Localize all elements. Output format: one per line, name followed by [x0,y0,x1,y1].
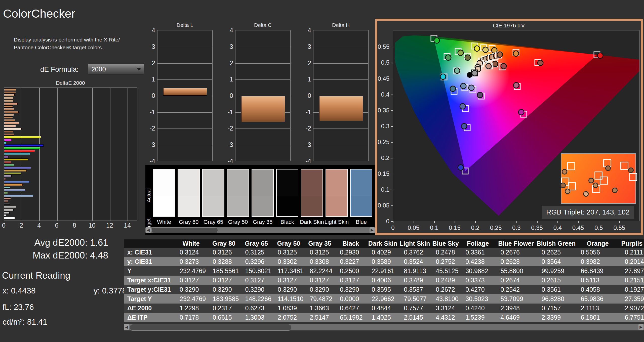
measured-point [445,55,451,61]
column-header: Purplis [620,239,644,248]
de-bar [4,178,6,180]
de-bar [4,128,22,130]
table-cell: 0.2500 [335,266,367,276]
de-chart-title: DeltaE 2000 [4,80,137,86]
table-cell: 4.6469 [495,313,536,322]
de-bar [4,169,27,172]
row-label: ΔE 2000 [124,304,175,313]
inset-measured-point [583,191,589,197]
table-cell: 2.9072 [620,304,644,313]
table-scroll-left-arrow[interactable]: ◀ [124,324,129,330]
column-header: Foliage [460,239,495,248]
de-gridline [39,88,40,221]
column-header: Dark Skin [367,239,399,248]
column-header: Light Skin [399,239,431,248]
cie-x-tick: 0.5 [590,224,608,231]
de-formula-dropdown[interactable]: 2000 [88,64,144,74]
swatch-scroll-right-arrow[interactable]: ▶ [370,227,375,233]
cie-chromaticity-plot: RGB Triplet: 207, 143, 102 [393,30,639,221]
delta-y-tick: 3 [223,43,233,50]
table-scrollbar-thumb[interactable] [130,324,291,331]
table-cell: 0.2542 [495,285,536,294]
measured-point [518,109,525,115]
table-cell: 0.3290 [175,285,208,294]
cie-y-tick: 0.4 [376,91,389,98]
cie-x-tick: 0.2 [466,224,484,231]
inset-measured-point [588,178,594,183]
table-cell: 0.3564 [537,257,576,266]
cie-x-tick-mark [455,221,455,223]
swatch-scroll-left-arrow[interactable]: ◀ [146,227,151,233]
de-bar [4,139,12,141]
swatch-target [326,196,347,216]
table-row: ΔE ITP0.71780.66151.30032.07522.514765.1… [124,313,644,322]
table-cell: 0.3290 [273,285,305,294]
delta-gridline [157,129,212,129]
inset-measured-point [612,188,618,193]
delta-y-tick: -4 [223,157,233,165]
delta-gridline [157,47,212,47]
table-cell: 232.4769 [175,294,208,304]
table-cell: 55.8800 [495,266,536,276]
swatch-blue [350,169,372,217]
de-bar [4,186,10,189]
table-cell: 0.2489 [431,276,460,285]
delta-y-tick: -3 [223,141,233,148]
cie-y-tick: 0.35 [376,107,389,114]
table-cell: 0.5113 [576,276,620,285]
measured-point [486,63,492,69]
table-cell: 0.3524 [399,257,431,266]
de-bar [4,175,12,177]
table-cell: 66.8439 [576,266,620,276]
delta-y-tick: -1 [301,108,311,116]
swatch-actual [301,169,323,196]
cie-y-tick: 0 [376,218,389,225]
delta-gridline [235,145,290,145]
cie-chart-title: CIE 1976 u'v' [377,22,641,29]
measured-point [461,123,467,129]
delta-chart-title: Delta H [313,22,369,28]
de-bar [4,133,14,136]
cie-x-tick: 0.35 [528,224,546,231]
delta-chart-plot [157,30,213,161]
delta-gridline [157,96,212,96]
de-bar [4,89,16,91]
table-cell: 0.1927 [620,285,644,294]
measured-point [465,55,471,61]
de-bar [4,116,13,119]
column-header: Gray 65 [240,239,273,248]
measured-point [477,92,483,98]
table-cell: 81.9113 [399,266,431,276]
delta-gridline [157,79,212,80]
table-cell: 0.2628 [495,257,536,266]
table-cell: 0.3982 [576,257,620,266]
swatch-target [227,196,249,216]
delta-chart-title: Delta C [235,22,291,28]
cie-y-tick-mark [391,205,393,206]
delta-y-tick: 2 [145,59,155,67]
table-cell: 53.7099 [495,294,536,304]
column-header: Blue Sky [431,239,460,248]
description-line2: Pantone ColorChecker® target colors. [14,44,120,51]
cie-y-tick-mark [391,126,393,127]
table-cell: 2.3948 [495,304,536,313]
table-scroll-right-arrow[interactable]: ▶ [638,324,643,330]
table-cell: 232.4769 [175,266,208,276]
table-cell: 99.9259 [537,266,576,276]
cie-x-tick-mark [537,221,538,223]
swatch-strip: Actual Target WhiteGray 80Gray 65Gray 50… [145,165,375,235]
cie-x-tick: 0.15 [446,224,463,231]
swatch-actual [203,169,224,196]
table-cell: 0.3125 [305,248,335,257]
cie-x-tick-mark [557,221,558,223]
table-cell: 0.3762 [399,248,431,257]
table-cell: 45.5125 [431,266,460,276]
delta-y-tick: -3 [145,141,155,148]
swatch-gray-50 [227,169,249,217]
delta-gridline [313,129,368,129]
swatch-scrollbar-thumb[interactable] [151,227,218,233]
reading-x: x: 0.4438 [3,286,36,295]
table-cell: 0.4029 [367,248,399,257]
table-cell: 0.3537 [399,285,431,294]
table-cell: 79.5077 [399,294,431,304]
